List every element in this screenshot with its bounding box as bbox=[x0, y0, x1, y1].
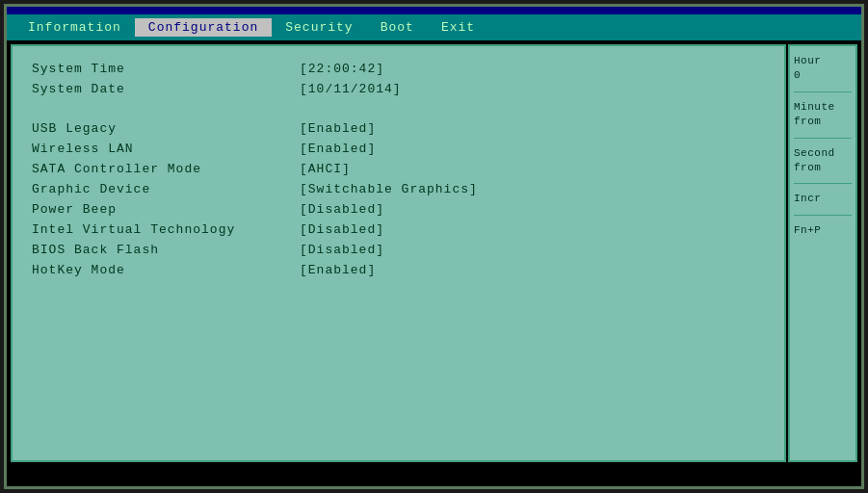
side-item-minute: Minutefrom bbox=[794, 100, 852, 130]
setting-label-system-time: System Time bbox=[32, 62, 292, 76]
setting-row-wireless-lan[interactable]: Wireless LAN[Enabled] bbox=[32, 142, 765, 156]
setting-label-graphic-device: Graphic Device bbox=[32, 182, 292, 196]
menu-bar: InformationConfigurationSecurityBootExit bbox=[7, 14, 861, 40]
setting-value-hotkey-mode: [Enabled] bbox=[300, 263, 376, 277]
bios-window: InformationConfigurationSecurityBootExit… bbox=[4, 4, 864, 489]
side-item-increment: Incr bbox=[794, 192, 852, 206]
side-item-hour: Hour0 bbox=[794, 54, 852, 84]
menu-item-security[interactable]: Security bbox=[272, 18, 366, 37]
setting-label-bios-back-flash: BIOS Back Flash bbox=[32, 243, 292, 257]
setting-value-wireless-lan: [Enabled] bbox=[300, 142, 376, 156]
side-value-minute: from bbox=[794, 115, 852, 129]
setting-label-power-beep: Power Beep bbox=[32, 202, 292, 217]
menu-item-configuration[interactable]: Configuration bbox=[135, 18, 272, 37]
setting-value-intel-virtual-technology: [Disabled] bbox=[300, 222, 384, 237]
setting-value-bios-back-flash: [Disabled] bbox=[300, 243, 384, 257]
setting-label-wireless-lan: Wireless LAN bbox=[32, 142, 292, 156]
setting-row-bios-back-flash[interactable]: BIOS Back Flash[Disabled] bbox=[32, 243, 765, 257]
menu-item-boot[interactable]: Boot bbox=[367, 18, 428, 37]
setting-value-power-beep: [Disabled] bbox=[300, 202, 384, 217]
setting-row-power-beep[interactable]: Power Beep[Disabled] bbox=[32, 202, 765, 217]
setting-row-system-date[interactable]: System Date[10/11/2014] bbox=[32, 82, 765, 96]
side-label-minute: Minute bbox=[794, 100, 852, 115]
title-bar bbox=[7, 7, 861, 14]
setting-row-hotkey-mode[interactable]: HotKey Mode[Enabled] bbox=[32, 263, 765, 277]
setting-value-graphic-device: [Switchable Graphics] bbox=[300, 182, 478, 196]
setting-value-sata-controller-mode: [AHCI] bbox=[300, 162, 351, 176]
setting-row-intel-virtual-technology[interactable]: Intel Virtual Technology[Disabled] bbox=[32, 222, 765, 237]
setting-label-usb-legacy: USB Legacy bbox=[32, 121, 292, 136]
side-value-hour: 0 bbox=[794, 68, 852, 83]
side-label-second: Second bbox=[794, 146, 852, 161]
side-panel: Hour0MinutefromSecondfromIncrFn+P bbox=[788, 44, 857, 462]
setting-row-system-time[interactable]: System Time[22:00:42] bbox=[32, 62, 765, 76]
main-panel: System Time[22:00:42]System Date[10/11/2… bbox=[11, 44, 786, 462]
side-label-hour: Hour bbox=[794, 54, 852, 68]
setting-value-usb-legacy: [Enabled] bbox=[300, 121, 376, 136]
side-value-second: from bbox=[794, 161, 852, 175]
setting-label-system-date: System Date bbox=[32, 82, 292, 96]
setting-value-system-date: [10/11/2014] bbox=[300, 82, 402, 96]
menu-item-information[interactable]: Information bbox=[14, 18, 135, 37]
setting-label-sata-controller-mode: SATA Controller Mode bbox=[32, 162, 292, 176]
setting-label-hotkey-mode: HotKey Mode bbox=[32, 263, 292, 277]
side-item-fnplus: Fn+P bbox=[794, 223, 852, 238]
setting-label-intel-virtual-technology: Intel Virtual Technology bbox=[32, 222, 292, 237]
menu-item-exit[interactable]: Exit bbox=[428, 18, 488, 37]
side-label-increment: Incr bbox=[794, 192, 852, 206]
setting-row-usb-legacy[interactable]: USB Legacy[Enabled] bbox=[32, 121, 765, 136]
content-area: System Time[22:00:42]System Date[10/11/2… bbox=[7, 40, 861, 466]
side-label-fnplus: Fn+P bbox=[794, 223, 852, 238]
setting-row-graphic-device[interactable]: Graphic Device[Switchable Graphics] bbox=[32, 182, 765, 196]
side-item-second: Secondfrom bbox=[794, 146, 852, 176]
setting-value-system-time: [22:00:42] bbox=[300, 62, 384, 76]
setting-row-sata-controller-mode[interactable]: SATA Controller Mode[AHCI] bbox=[32, 162, 765, 176]
